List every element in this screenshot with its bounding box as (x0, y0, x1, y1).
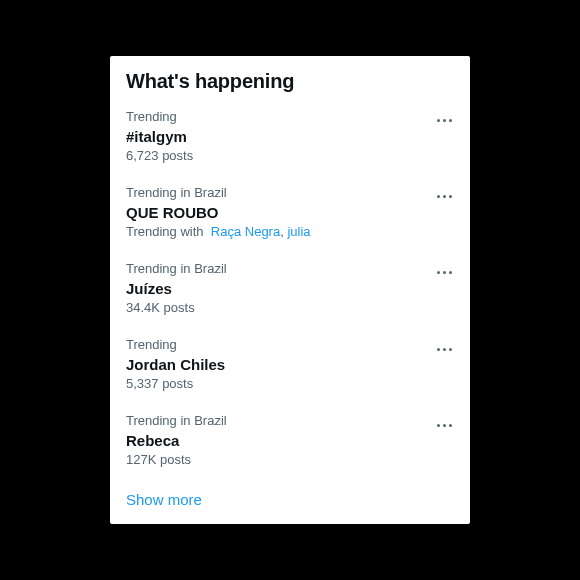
trend-topic: #italgym (126, 127, 454, 147)
trend-context: Trending (126, 109, 454, 126)
card-header: What's happening (110, 70, 470, 99)
trend-more-button[interactable] (430, 335, 458, 363)
more-icon (437, 195, 452, 198)
trend-topic: Jordan Chiles (126, 355, 454, 375)
trend-with-prefix: Trending with (126, 224, 204, 239)
whats-happening-card: What's happening Trending #italgym 6,723… (110, 56, 470, 524)
card-title: What's happening (126, 70, 454, 93)
trend-topic: Rebeca (126, 431, 454, 451)
trend-context: Trending in Brazil (126, 413, 454, 430)
trend-item[interactable]: Trending #italgym 6,723 posts (110, 99, 470, 175)
trend-context: Trending in Brazil (126, 261, 454, 278)
trend-context: Trending (126, 337, 454, 354)
trend-count: 6,723 posts (126, 148, 454, 165)
trend-more-button[interactable] (430, 411, 458, 439)
trend-item[interactable]: Trending in Brazil Juízes 34.4K posts (110, 251, 470, 327)
trend-item[interactable]: Trending Jordan Chiles 5,337 posts (110, 327, 470, 403)
trend-count: 127K posts (126, 452, 454, 469)
trend-count: 5,337 posts (126, 376, 454, 393)
more-icon (437, 271, 452, 274)
trend-item[interactable]: Trending in Brazil Rebeca 127K posts (110, 403, 470, 479)
trend-more-button[interactable] (430, 183, 458, 211)
trend-with-link[interactable]: Raça Negra (211, 224, 280, 239)
more-icon (437, 119, 452, 122)
trend-topic: Juízes (126, 279, 454, 299)
trend-topic: QUE ROUBO (126, 203, 454, 223)
trend-context: Trending in Brazil (126, 185, 454, 202)
trend-item[interactable]: Trending in Brazil QUE ROUBO Trending wi… (110, 175, 470, 251)
trend-more-button[interactable] (430, 259, 458, 287)
show-more-link[interactable]: Show more (110, 479, 470, 510)
trend-with: Trending with Raça Negra, julia (126, 224, 454, 241)
trend-count: 34.4K posts (126, 300, 454, 317)
more-icon (437, 348, 452, 351)
trend-with-link[interactable]: julia (287, 224, 310, 239)
more-icon (437, 424, 452, 427)
trend-more-button[interactable] (430, 107, 458, 135)
